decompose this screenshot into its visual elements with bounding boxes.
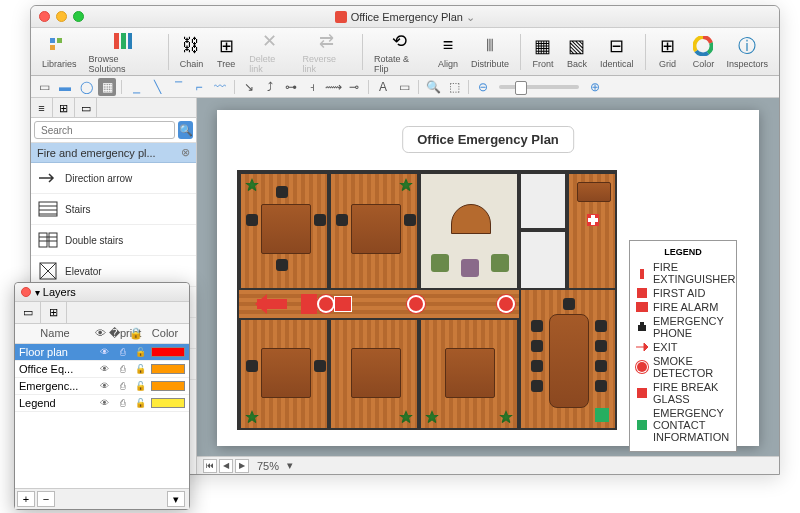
room	[239, 318, 329, 430]
room	[329, 318, 419, 430]
add-layer-button[interactable]: +	[17, 491, 35, 507]
arrow-tool-3[interactable]: ⊶	[282, 78, 300, 96]
smoke-detector-icon	[499, 297, 513, 311]
connector-tool-1[interactable]: ⎯	[127, 78, 145, 96]
reverse-link-button[interactable]: ⇄Reverse link	[297, 28, 356, 76]
browse-solutions-button[interactable]: Browse Solutions	[84, 28, 162, 76]
svg-rect-25	[638, 325, 646, 331]
library-header[interactable]: Fire and emergency pl...⊗	[31, 143, 196, 163]
layer-row[interactable]: Office Eq...👁⎙🔓	[15, 361, 189, 378]
callout-tool[interactable]: ▭	[395, 78, 413, 96]
exit-arrow-icon	[257, 299, 287, 309]
zoom-in[interactable]: ⊕	[586, 78, 604, 96]
window-title: Office Emergency Plan ⌄	[31, 10, 779, 24]
zoom-level: 75%	[257, 460, 279, 472]
side-tab-3[interactable]: ▭	[75, 98, 97, 118]
text-tool[interactable]: A	[374, 78, 392, 96]
quickbar: ▭ ▬ ◯ ▦ ⎯ ╲ ⎺ ⌐ 〰 ↘ ⤴ ⊶ ⫞ ⟿ ⊸ A ▭ 🔍 ⬚ ⊖ …	[31, 76, 779, 98]
align-button[interactable]: ≡Align	[432, 33, 464, 71]
remove-layer-button[interactable]: −	[37, 491, 55, 507]
next-page-button[interactable]: ▶	[235, 459, 249, 473]
svg-rect-26	[640, 322, 644, 325]
connector-tool-4[interactable]: ⌐	[190, 78, 208, 96]
document-title[interactable]: Office Emergency Plan	[402, 126, 574, 153]
zoom-out[interactable]: ⊖	[474, 78, 492, 96]
lib-item-direction-arrow[interactable]: Direction arrow	[31, 163, 196, 194]
search-tool[interactable]: 🔍	[424, 78, 442, 96]
distribute-button[interactable]: ⫴Distribute	[466, 33, 514, 71]
libraries-button[interactable]: Libraries	[37, 33, 82, 71]
room	[419, 318, 519, 430]
lib-item-double-stairs[interactable]: Double stairs	[31, 225, 196, 256]
svg-rect-1	[57, 38, 62, 43]
pointer-tool[interactable]: ▭	[35, 78, 53, 96]
room	[519, 230, 567, 290]
connector-tool-2[interactable]: ╲	[148, 78, 166, 96]
identical-button[interactable]: ⊟Identical	[595, 33, 639, 71]
zoom-dropdown-icon[interactable]: ▾	[287, 459, 293, 472]
svg-rect-28	[637, 420, 647, 430]
room	[519, 172, 567, 230]
layer-row[interactable]: Floor plan👁⎙🔓	[15, 344, 189, 361]
layers-tab-2[interactable]: ⊞	[41, 302, 67, 323]
front-button[interactable]: ▦Front	[527, 33, 559, 71]
close-icon[interactable]	[21, 287, 31, 297]
svg-rect-24	[636, 302, 648, 312]
arrow-tool-2[interactable]: ⤴	[261, 78, 279, 96]
tree-button[interactable]: ⊞Tree	[210, 33, 242, 71]
side-tab-1[interactable]: ≡	[31, 98, 53, 118]
selected-tool[interactable]: ▦	[98, 78, 116, 96]
layer-menu-button[interactable]: ▾	[167, 491, 185, 507]
svg-rect-0	[50, 38, 55, 43]
lib-item-stairs[interactable]: Stairs	[31, 194, 196, 225]
color-button[interactable]: Color	[687, 33, 719, 71]
layer-row[interactable]: Legend👁⎙🔓	[15, 395, 189, 412]
connector-tool-5[interactable]: 〰	[211, 78, 229, 96]
grid-button[interactable]: ⊞Grid	[651, 33, 683, 71]
floor-plan[interactable]	[237, 170, 617, 430]
page[interactable]: Office Emergency Plan	[217, 110, 759, 446]
ellipse-tool[interactable]: ◯	[77, 78, 95, 96]
chain-button[interactable]: ⛓Chain	[175, 33, 209, 71]
arrow-tool-5[interactable]: ⟿	[324, 78, 342, 96]
layers-tab-1[interactable]: ▭	[15, 302, 41, 323]
search-input[interactable]	[34, 121, 175, 139]
toolbar: Libraries Browse Solutions ⛓Chain ⊞Tree …	[31, 28, 779, 76]
room	[567, 172, 617, 290]
svg-rect-4	[121, 33, 126, 49]
arrow-tool-4[interactable]: ⫞	[303, 78, 321, 96]
smoke-detector-icon	[319, 297, 333, 311]
side-tab-2[interactable]: ⊞	[53, 98, 75, 118]
layers-panel[interactable]: ▾ Layers ▭ ⊞ Name👁�print🔒Color Floor pla…	[14, 282, 190, 510]
rect-tool[interactable]: ▬	[56, 78, 74, 96]
rotate-flip-button[interactable]: ⟲Rotate & Flip	[369, 28, 430, 76]
svg-rect-3	[114, 33, 119, 49]
fire-extinguisher-icon	[301, 294, 317, 314]
arrow-tool-6[interactable]: ⊸	[345, 78, 363, 96]
arrow-tool-1[interactable]: ↘	[240, 78, 258, 96]
search-button[interactable]: 🔍	[178, 121, 193, 139]
svg-rect-5	[128, 33, 132, 49]
inspectors-button[interactable]: ⓘInspectors	[721, 33, 773, 71]
zoom-slider[interactable]	[499, 85, 579, 89]
layer-row[interactable]: Emergenc...👁⎙🔓	[15, 378, 189, 395]
layers-titlebar[interactable]: ▾ Layers	[15, 283, 189, 302]
svg-rect-11	[39, 233, 47, 247]
room	[239, 172, 329, 290]
layers-header: Name👁�print🔒Color	[15, 324, 189, 344]
room	[329, 172, 419, 290]
delete-link-button[interactable]: ✕Delete link	[244, 28, 295, 76]
titlebar[interactable]: Office Emergency Plan ⌄	[31, 6, 779, 28]
legend[interactable]: LEGEND FIRE EXTINGUISHER FIRST AID FIRE …	[629, 240, 737, 452]
prev-page-button[interactable]: ◀	[219, 459, 233, 473]
back-button[interactable]: ▧Back	[561, 33, 593, 71]
connector-tool-3[interactable]: ⎺	[169, 78, 187, 96]
svg-rect-2	[50, 45, 55, 50]
fire-alarm-icon	[334, 296, 352, 312]
crop-tool[interactable]: ⬚	[445, 78, 463, 96]
svg-rect-27	[637, 388, 647, 398]
legend-title: LEGEND	[636, 247, 730, 257]
first-page-button[interactable]: ⏮	[203, 459, 217, 473]
canvas[interactable]: Office Emergency Plan	[197, 98, 779, 474]
collapse-icon[interactable]: ⊗	[181, 146, 190, 159]
